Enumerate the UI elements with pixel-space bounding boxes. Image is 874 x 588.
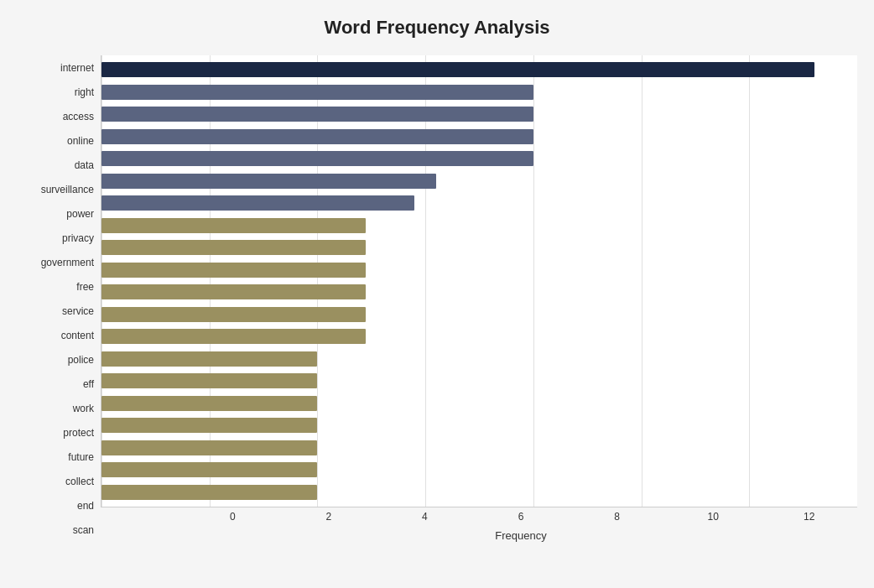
y-label: privacy: [62, 233, 94, 243]
plot-area: [101, 55, 857, 507]
y-label: scan: [73, 525, 94, 535]
bar: [101, 107, 533, 122]
bar: [101, 174, 436, 189]
y-label: end: [77, 501, 94, 511]
y-axis: internetrightaccessonlinedatasurveillanc…: [17, 55, 101, 542]
x-tick: 0: [185, 511, 281, 523]
bar: [101, 329, 366, 344]
bar-row: [101, 81, 857, 102]
chart-title: Word Frequency Analysis: [17, 17, 857, 39]
x-tick: 2: [281, 511, 377, 523]
bar: [101, 240, 366, 255]
bar: [101, 129, 533, 144]
bar: [101, 195, 414, 211]
y-label: content: [61, 330, 94, 341]
bar-row: [101, 348, 857, 369]
bar-row: [101, 193, 857, 214]
x-tick: 10: [665, 511, 762, 523]
bar: [101, 307, 366, 322]
y-label: data: [75, 160, 94, 170]
bar: [101, 462, 317, 477]
bar: [101, 396, 317, 411]
y-label: police: [68, 355, 94, 365]
y-label: power: [66, 209, 94, 219]
x-tick: 8: [569, 511, 665, 523]
bar-row: [101, 393, 857, 414]
bar: [101, 85, 533, 100]
bar: [101, 284, 366, 299]
x-tick: 6: [473, 511, 570, 523]
bar-row: [101, 371, 857, 392]
bar: [101, 218, 366, 233]
x-tick: 4: [377, 511, 473, 523]
bar: [101, 62, 814, 77]
bar-row: [101, 126, 857, 147]
y-label: surveillance: [41, 185, 94, 195]
bar: [101, 440, 317, 455]
y-label: internet: [60, 63, 94, 73]
bar: [101, 373, 317, 388]
bar-row: [101, 460, 857, 481]
chart-area: internetrightaccessonlinedatasurveillanc…: [17, 55, 857, 542]
bar: [101, 418, 317, 433]
bar-row: [101, 259, 857, 280]
y-label: future: [68, 452, 94, 462]
y-label: protect: [63, 428, 94, 438]
bar: [101, 263, 366, 278]
bar-row: [101, 481, 857, 502]
bar-row: [101, 237, 857, 258]
y-label: eff: [83, 379, 94, 389]
chart-container: Word Frequency Analysis internetrightacc…: [0, 0, 874, 588]
bar-row: [101, 304, 857, 325]
x-tick: 12: [761, 511, 857, 523]
bar-row: [101, 170, 857, 191]
y-label: government: [41, 258, 94, 268]
bar-row: [101, 437, 857, 458]
y-label: access: [63, 112, 94, 122]
bar: [101, 485, 317, 500]
y-label: collect: [65, 476, 94, 487]
bar: [101, 151, 533, 166]
bar: [101, 351, 317, 367]
y-label: right: [75, 87, 94, 97]
bar-row: [101, 415, 857, 436]
bar-row: [101, 215, 857, 236]
y-label: service: [62, 306, 94, 316]
bar-row: [101, 104, 857, 125]
bar-row: [101, 148, 857, 169]
x-axis-label: Frequency: [185, 529, 857, 542]
bar-row: [101, 326, 857, 347]
bar-row: [101, 282, 857, 303]
y-label: work: [73, 403, 94, 414]
y-label: online: [67, 136, 94, 146]
bar-row: [101, 60, 857, 81]
y-label: free: [76, 282, 94, 292]
